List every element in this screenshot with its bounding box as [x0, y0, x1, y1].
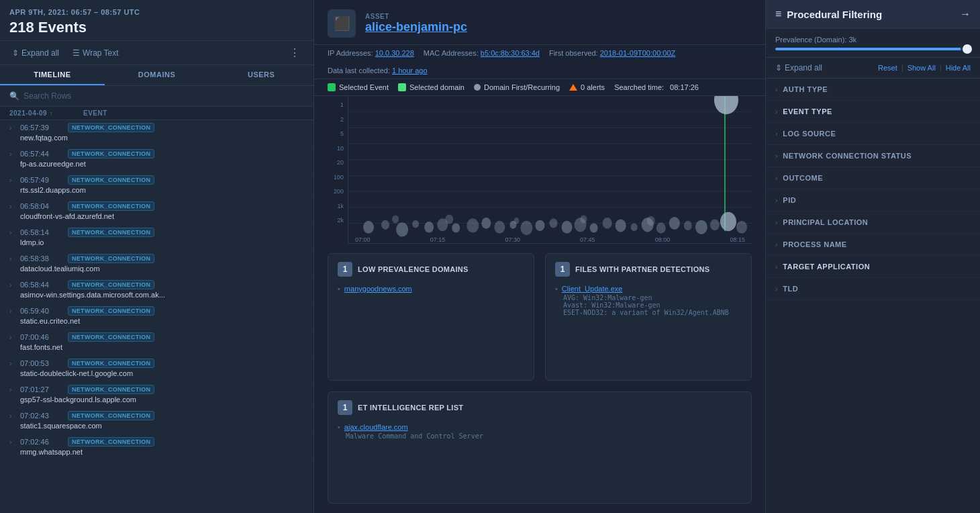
event-domain: fast.fonts.net [20, 343, 304, 351]
card-item-link[interactable]: Client_Update.exe [562, 285, 623, 293]
show-all-link[interactable]: Show All [908, 64, 936, 72]
search-icon: 🔍 [9, 91, 19, 101]
date-range: APR 9TH, 2021: 06:57 – 08:57 UTC [9, 8, 304, 16]
asset-name[interactable]: alice-benjamin-pc [365, 20, 467, 34]
filter-item[interactable]: › LOG SOURCE [766, 123, 980, 145]
event-row[interactable]: › 06:59:40 NETWORK_CONNECTION static.eu.… [0, 304, 313, 330]
event-badge: NETWORK_CONNECTION [68, 437, 154, 447]
event-row[interactable]: › 06:57:39 NETWORK_CONNECTION new.fqtag.… [0, 120, 313, 146]
prevalence-slider[interactable] [775, 48, 971, 50]
card-header: 1 ET INTELLIGENCE REP LIST [338, 400, 742, 415]
svg-point-27 [616, 219, 626, 232]
ip-link[interactable]: 10.0.30.228 [375, 49, 414, 57]
svg-point-18 [494, 221, 505, 234]
expand-arrow: › [9, 177, 16, 184]
filter-item[interactable]: › EVENT TYPE [766, 101, 980, 123]
wrap-text-button[interactable]: ☰ Wrap Text [70, 47, 121, 59]
card-num: 1 [338, 262, 352, 277]
svg-point-28 [631, 223, 638, 231]
event-row[interactable]: › 06:58:04 NETWORK_CONNECTION cloudfront… [0, 199, 313, 225]
svg-point-22 [549, 218, 557, 228]
reset-link[interactable]: Reset [878, 64, 897, 72]
filter-item[interactable]: › PROCESS NAME [766, 234, 980, 256]
expand-arrow: › [9, 412, 16, 420]
filter-item[interactable]: › PID [766, 189, 980, 212]
event-domain: datacloud.tealiumiq.com [20, 265, 304, 273]
filter-label: TLD [783, 285, 798, 293]
event-row[interactable]: › 06:58:44 NETWORK_CONNECTION asimov-win… [0, 277, 313, 304]
first-observed-link[interactable]: 2018-01-09T00:00:00Z [600, 49, 676, 57]
svg-point-15 [452, 223, 460, 232]
expand-arrow: › [9, 438, 16, 446]
event-row[interactable]: › 06:58:14 NETWORK_CONNECTION ldmp.io [0, 225, 313, 251]
event-badge: NETWORK_CONNECTION [68, 175, 154, 185]
mac-link[interactable]: b5:0c:8b:30:63:4d [481, 49, 540, 57]
filter-chevron-icon: › [775, 152, 777, 160]
event-row[interactable]: › 06:58:38 NETWORK_CONNECTION datacloud.… [0, 251, 313, 277]
filter-item[interactable]: › TLD [766, 278, 980, 300]
event-time: 06:57:39 [20, 124, 64, 132]
reset-actions: Reset | Show All | Hide All [878, 64, 971, 72]
event-row[interactable]: › 07:02:46 NETWORK_CONNECTION mmg.whatsa… [0, 434, 313, 461]
filter-item[interactable]: › NETWORK CONNECTION STATUS [766, 145, 980, 167]
filter-label: TARGET APPLICATION [783, 263, 870, 271]
event-row[interactable]: › 06:57:44 NETWORK_CONNECTION fp-as.azur… [0, 146, 313, 173]
filter-chevron-icon: › [775, 285, 777, 293]
filter-label: NETWORK CONNECTION STATUS [783, 152, 912, 160]
expand-all-label: Expand all [21, 48, 59, 58]
event-domain: static1.squarespace.com [20, 422, 304, 430]
filter-chevron-icon: › [775, 219, 777, 226]
filter-chevron-icon: › [775, 197, 777, 204]
card-title: LOW PREVALENCE DOMAINS [358, 265, 469, 273]
event-time: 07:02:46 [20, 438, 64, 446]
event-badge: NETWORK_CONNECTION [68, 385, 154, 394]
tab-timeline[interactable]: TIMELINE [0, 65, 105, 85]
hide-all-link[interactable]: Hide All [946, 64, 971, 72]
asset-header: ⬛ ASSET alice-benjamin-pc [314, 0, 765, 45]
event-row[interactable]: › 07:00:46 NETWORK_CONNECTION fast.fonts… [0, 330, 313, 356]
toolbar: ⇕ Expand all ☰ Wrap Text ⋮ [0, 41, 313, 65]
data-collected-link[interactable]: 1 hour ago [392, 66, 428, 75]
event-time: 06:58:04 [20, 202, 64, 210]
wrap-icon: ☰ [72, 48, 80, 58]
filter-item[interactable]: › TARGET APPLICATION [766, 256, 980, 278]
middle-panel: ⬛ ASSET alice-benjamin-pc IP Addresses: … [314, 0, 765, 513]
col-date: 2021-04-09 ↑ [9, 109, 83, 117]
search-input[interactable] [23, 91, 304, 101]
event-row[interactable]: › 06:57:49 NETWORK_CONNECTION rts.ssl2.d… [0, 173, 313, 199]
events-list: › 06:57:39 NETWORK_CONNECTION new.fqtag.… [0, 120, 313, 513]
event-row[interactable]: › 07:01:27 NETWORK_CONNECTION gsp57-ssl-… [0, 382, 313, 408]
filter-item[interactable]: › AUTH TYPE [766, 79, 980, 101]
event-domain: ldmp.io [20, 238, 304, 246]
event-row[interactable]: › 07:00:53 NETWORK_CONNECTION static-dou… [0, 356, 313, 382]
tab-domains[interactable]: DOMAINS [105, 65, 209, 85]
card-item: ajax.cloudflare.com [338, 422, 742, 432]
svg-point-40 [513, 218, 519, 224]
filter-chevron-icon: › [775, 263, 777, 271]
more-options-button[interactable]: ⋮ [285, 45, 304, 60]
event-time: 07:02:43 [20, 412, 64, 420]
event-domain: fp-as.azureedge.net [20, 160, 304, 168]
right-header: ≡ Procedural Filtering → [766, 0, 980, 29]
card-item-link[interactable]: manygoodnews.com [344, 285, 412, 293]
selected-domain-dot [398, 83, 406, 91]
searched-time: Searched time: 08:17:26 [614, 83, 699, 91]
arrow-button[interactable]: → [960, 8, 971, 20]
filter-item[interactable]: › PRINCIPAL LOCATION [766, 212, 980, 234]
prevalence-thumb[interactable] [963, 44, 972, 54]
search-bar: 🔍 [0, 86, 313, 107]
filter-item[interactable]: › OUTCOME [766, 167, 980, 189]
card-item-link[interactable]: ajax.cloudflare.com [344, 423, 408, 431]
expand-all-row: ⇕ Expand all Reset | Show All | Hide All [766, 58, 980, 79]
card-num: 1 [338, 400, 352, 415]
event-time: 06:58:44 [20, 281, 64, 289]
prevalence-label: Prevalence (Domain): 3k [775, 36, 971, 44]
filter-chevron-icon: › [775, 175, 777, 182]
expand-all-button[interactable]: ⇕ Expand all [9, 47, 62, 59]
expand-arrow: › [9, 150, 16, 158]
tab-users[interactable]: USERS [209, 65, 313, 85]
event-row[interactable]: › 07:02:43 NETWORK_CONNECTION static1.sq… [0, 408, 313, 434]
expand-all-filter-button[interactable]: ⇕ Expand all [775, 63, 822, 73]
chart-xaxis: 07:00 07:15 07:30 07:45 08:00 08:15 [348, 236, 752, 243]
asset-meta: IP Addresses: 10.0.30.228 MAC Addresses:… [314, 45, 765, 79]
